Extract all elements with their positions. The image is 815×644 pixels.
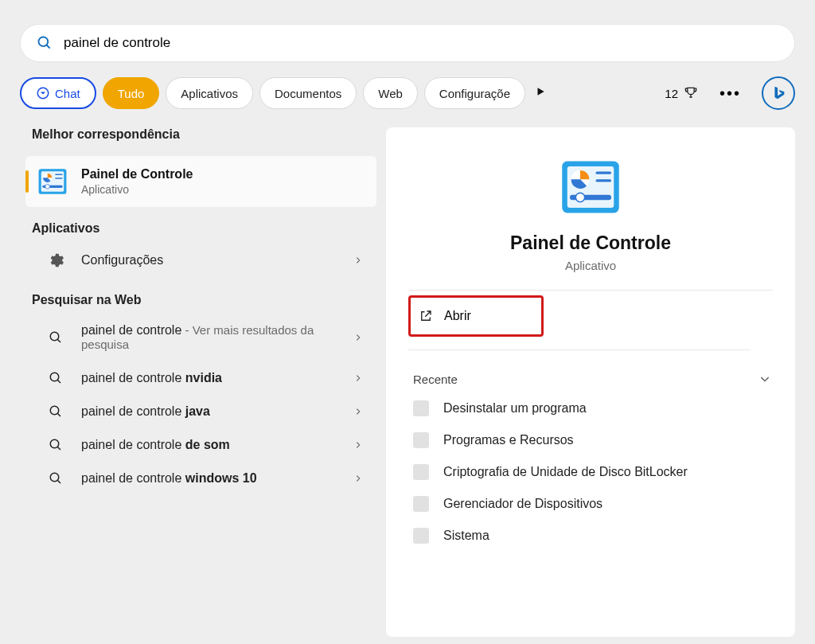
svg-point-14 xyxy=(50,406,59,415)
tab-settings[interactable]: Configuraçõe xyxy=(424,77,525,109)
svg-line-19 xyxy=(57,480,60,483)
svg-line-13 xyxy=(57,380,60,383)
detail-title: Painel de Controle xyxy=(408,232,773,254)
filter-row: Chat Tudo Aplicativos Documentos Web Con… xyxy=(20,76,795,110)
control-panel-icon xyxy=(37,166,68,197)
detail-app-icon xyxy=(408,156,773,218)
svg-rect-6 xyxy=(55,174,63,176)
tab-web-label: Web xyxy=(378,87,403,100)
recent-item[interactable]: Gerenciador de Dispositivos xyxy=(408,488,773,520)
search-icon xyxy=(46,438,65,452)
recent-item-label: Criptografia de Unidade de Disco BitLock… xyxy=(443,465,688,479)
web-header: Pesquisar na Web xyxy=(32,293,376,307)
recent-item-icon xyxy=(413,496,429,512)
gear-icon xyxy=(46,252,65,269)
rewards-points-value: 12 xyxy=(665,87,678,100)
search-icon xyxy=(46,371,65,385)
web-result-text: painel de controle java xyxy=(81,404,354,419)
chevron-right-icon xyxy=(354,473,362,484)
detail-panel: Painel de Controle Aplicativo Abrir Rece… xyxy=(386,127,795,637)
svg-rect-24 xyxy=(596,179,612,181)
chevron-right-icon xyxy=(354,439,362,451)
rewards-points[interactable]: 12 xyxy=(665,85,699,101)
best-match-header: Melhor correspondência xyxy=(32,127,376,142)
divider xyxy=(408,349,751,350)
tab-settings-label: Configuraçõe xyxy=(439,87,510,100)
search-input[interactable] xyxy=(64,35,778,51)
recent-item-label: Gerenciador de Dispositivos xyxy=(443,497,602,511)
search-icon xyxy=(46,404,65,419)
expand-actions-button[interactable] xyxy=(758,373,771,388)
best-match-title: Painel de Controle xyxy=(81,167,193,181)
svg-point-0 xyxy=(39,37,49,47)
web-result-text: painel de controle de som xyxy=(81,438,354,452)
tab-docs[interactable]: Documentos xyxy=(259,77,357,109)
chat-icon xyxy=(36,86,50,100)
tab-all-label: Tudo xyxy=(118,87,145,100)
recent-item[interactable]: Desinstalar um programa xyxy=(408,392,773,424)
play-icon xyxy=(535,86,546,97)
web-result[interactable]: painel de controle windows 10 xyxy=(25,462,376,495)
tab-chat-label: Chat xyxy=(55,87,80,100)
tab-web[interactable]: Web xyxy=(363,77,418,109)
svg-line-1 xyxy=(47,45,50,49)
results-column: Melhor correspondência Painel de Control… xyxy=(14,127,376,637)
svg-point-18 xyxy=(50,473,59,482)
chevron-right-icon xyxy=(354,332,362,343)
web-result[interactable]: painel de controle de som xyxy=(25,428,376,462)
recent-item[interactable]: Criptografia de Unidade de Disco BitLock… xyxy=(408,456,773,488)
trophy-icon xyxy=(683,85,699,101)
scroll-tabs-right-button[interactable] xyxy=(535,86,546,100)
svg-line-15 xyxy=(57,413,60,416)
chevron-right-icon xyxy=(354,255,362,266)
web-result[interactable]: painel de controle nvidia xyxy=(25,361,376,395)
recent-item-label: Desinstalar um programa xyxy=(443,401,587,416)
apps-item-settings[interactable]: Configurações xyxy=(25,242,376,279)
recent-item[interactable]: Programas e Recursos xyxy=(408,424,773,456)
recent-item-icon xyxy=(413,400,429,416)
svg-point-16 xyxy=(50,439,59,448)
recent-item[interactable]: Sistema xyxy=(408,520,773,552)
web-result[interactable]: painel de controle - Ver mais resultados… xyxy=(25,314,376,361)
web-result-text: painel de controle nvidia xyxy=(81,371,354,385)
svg-point-10 xyxy=(50,332,59,341)
apps-item-label: Configurações xyxy=(81,253,354,267)
recent-header: Recente xyxy=(413,373,773,386)
svg-point-26 xyxy=(575,193,584,201)
web-result[interactable]: painel de controle java xyxy=(25,395,376,428)
more-options-button[interactable]: ••• xyxy=(719,84,741,103)
tab-apps-label: Aplicativos xyxy=(181,87,238,100)
bing-icon xyxy=(770,84,787,102)
best-match-result[interactable]: Painel de Controle Aplicativo xyxy=(25,156,376,207)
bing-button[interactable] xyxy=(762,76,795,110)
tab-chat[interactable]: Chat xyxy=(20,77,96,109)
svg-point-12 xyxy=(50,373,59,381)
tab-all[interactable]: Tudo xyxy=(103,77,160,109)
open-icon xyxy=(419,309,433,323)
recent-item-label: Programas e Recursos xyxy=(443,433,574,447)
tab-apps[interactable]: Aplicativos xyxy=(166,77,253,109)
svg-rect-23 xyxy=(596,172,612,174)
web-result-text: painel de controle windows 10 xyxy=(81,471,354,486)
chevron-right-icon xyxy=(354,373,362,384)
recent-item-icon xyxy=(413,528,429,544)
divider xyxy=(408,290,773,291)
svg-line-17 xyxy=(57,447,60,450)
web-result-text: painel de controle - Ver mais resultados… xyxy=(81,323,354,352)
open-button[interactable]: Abrir xyxy=(408,295,544,337)
recent-item-icon xyxy=(413,464,429,480)
svg-point-9 xyxy=(45,185,50,189)
chevron-down-icon xyxy=(758,373,771,385)
search-icon xyxy=(37,35,53,51)
apps-header: Aplicativos xyxy=(32,221,376,236)
svg-rect-7 xyxy=(55,178,63,179)
chevron-right-icon xyxy=(354,406,362,417)
best-match-subtitle: Aplicativo xyxy=(81,183,193,196)
recent-item-icon xyxy=(413,432,429,448)
search-icon xyxy=(46,330,65,345)
search-bar[interactable] xyxy=(20,24,795,62)
svg-line-11 xyxy=(57,339,60,342)
detail-subtitle: Aplicativo xyxy=(408,259,773,272)
search-icon xyxy=(46,471,65,486)
open-label: Abrir xyxy=(444,309,471,323)
